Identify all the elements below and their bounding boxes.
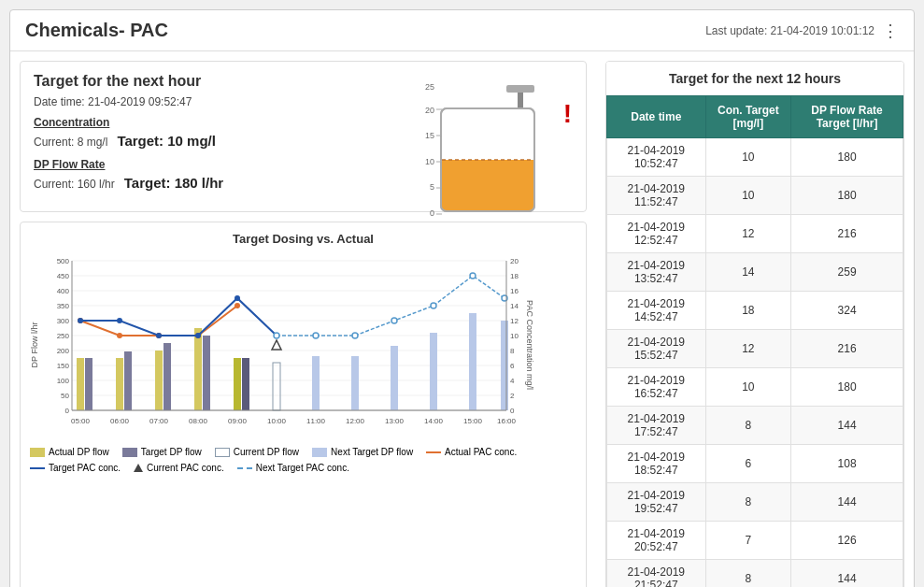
chart-card: Target Dosing vs. Actual DP Flow l/hr PA…: [20, 222, 587, 587]
svg-text:0: 0: [65, 407, 70, 415]
svg-text:6: 6: [510, 362, 515, 370]
target-hour-card: Target for the next hour Date time: 21-0…: [20, 61, 587, 212]
svg-point-54: [117, 333, 122, 338]
svg-point-67: [391, 318, 397, 323]
cell-con-target: 14: [705, 253, 791, 292]
bar-next-dp-8: [391, 346, 398, 410]
left-panel: Target for the next hour Date time: 21-0…: [10, 51, 596, 587]
alert-icon: !: [563, 99, 572, 129]
cell-con-target: 6: [705, 445, 791, 483]
cell-con-target: 8: [705, 560, 791, 588]
dp-flow-current: Current: 160 l/hr: [34, 178, 115, 191]
svg-rect-4: [442, 205, 533, 210]
svg-text:150: 150: [57, 362, 70, 370]
col-dp-flow: DP Flow Rate Target [l/hr]: [791, 96, 903, 138]
svg-point-66: [352, 333, 358, 338]
cell-datetime: 21-04-2019 14:52:47: [607, 292, 706, 330]
legend-current-dp: Current DP flow: [215, 447, 299, 457]
legend-current-pac-label: Current PAC conc.: [147, 463, 224, 473]
cell-datetime: 21-04-2019 19:52:47: [607, 483, 706, 522]
table-row: 21-04-2019 11:52:47 10 180: [607, 177, 903, 215]
cell-datetime: 21-04-2019 12:52:47: [607, 215, 706, 253]
table-body: 21-04-2019 10:52:47 10 180 21-04-2019 11…: [607, 138, 903, 588]
page-container: Chemicals- PAC Last update: 21-04-2019 1…: [0, 0, 924, 587]
cell-dp-flow: 180: [791, 368, 903, 407]
svg-text:10:00: 10:00: [267, 417, 287, 425]
table-header-row: Date time Con. Target [mg/l] DP Flow Rat…: [607, 96, 903, 138]
table-row: 21-04-2019 17:52:47 8 144: [607, 407, 903, 445]
svg-text:450: 450: [57, 272, 70, 280]
svg-text:350: 350: [57, 302, 70, 310]
svg-text:12:00: 12:00: [346, 417, 365, 425]
svg-text:2: 2: [510, 392, 515, 400]
bar-target-dp-0: [85, 358, 92, 410]
table-row: 21-04-2019 12:52:47 12 216: [607, 215, 903, 253]
concentration-current: Current: 8 mg/l: [34, 136, 107, 149]
cell-dp-flow: 108: [791, 445, 903, 483]
bar-next-dp-10: [469, 313, 476, 410]
cell-con-target: 8: [705, 407, 791, 445]
content-area: Target for the next hour Date time: 21-0…: [10, 51, 914, 587]
svg-text:20: 20: [510, 257, 519, 265]
chart-title: Target Dosing vs. Actual: [30, 232, 576, 246]
bar-current-dp-5: [273, 363, 280, 410]
cell-dp-flow: 144: [791, 560, 903, 588]
target-table: Date time Con. Target [mg/l] DP Flow Rat…: [606, 95, 903, 587]
legend-target-pac: Target PAC conc.: [30, 463, 121, 473]
legend-next-target-dp-icon: [312, 448, 327, 457]
svg-text:250: 250: [57, 332, 70, 340]
svg-text:200: 200: [57, 347, 70, 355]
header: Chemicals- PAC Last update: 21-04-2019 1…: [10, 10, 914, 51]
right-panel: Target for the next 12 hours Date time C…: [596, 51, 914, 587]
bar-target-dp-1: [124, 351, 132, 410]
svg-text:0: 0: [430, 208, 434, 218]
svg-text:300: 300: [57, 317, 70, 325]
svg-text:11:00: 11:00: [306, 417, 326, 425]
bar-actual-dp-2: [155, 351, 163, 410]
tank-illustration: 0 5 10 15 20 25: [418, 71, 548, 233]
bar-actual-dp-0: [77, 358, 84, 410]
bar-target-dp-2: [163, 343, 171, 410]
more-options-icon[interactable]: ⋮: [882, 21, 899, 41]
svg-text:DP Flow  l/hr: DP Flow l/hr: [30, 322, 39, 368]
legend-target-pac-icon: [30, 467, 45, 469]
cell-dp-flow: 216: [791, 330, 903, 368]
bar-next-dp-6: [312, 356, 320, 410]
legend-current-pac: Current PAC conc.: [134, 463, 224, 473]
legend-actual-dp: Actual DP flow: [30, 447, 109, 457]
cell-con-target: 10: [705, 368, 791, 407]
bar-next-dp-11: [501, 321, 508, 410]
svg-point-60: [156, 333, 162, 338]
legend-actual-dp-icon: [30, 448, 45, 457]
bar-actual-dp-3: [194, 328, 202, 410]
cell-dp-flow: 180: [791, 138, 903, 177]
cell-datetime: 21-04-2019 10:52:47: [607, 138, 706, 177]
cell-datetime: 21-04-2019 17:52:47: [607, 407, 706, 445]
main-card: Chemicals- PAC Last update: 21-04-2019 1…: [9, 9, 915, 587]
svg-point-61: [195, 333, 201, 338]
table-row: 21-04-2019 15:52:47 12 216: [607, 330, 903, 368]
svg-text:14:00: 14:00: [424, 417, 444, 425]
col-datetime: Date time: [607, 96, 706, 138]
svg-text:500: 500: [57, 257, 70, 265]
table-row: 21-04-2019 10:52:47 10 180: [607, 138, 903, 177]
svg-text:15:00: 15:00: [463, 417, 483, 425]
dp-flow-target: Target: 180 l/hr: [124, 175, 223, 191]
svg-text:400: 400: [57, 287, 70, 295]
cell-dp-flow: 324: [791, 292, 903, 330]
legend-actual-pac-icon: [426, 451, 441, 453]
svg-text:12: 12: [510, 317, 519, 325]
legend-next-target-dp: Next Target DP flow: [312, 447, 413, 457]
svg-rect-1: [506, 85, 534, 93]
svg-text:06:00: 06:00: [110, 417, 130, 425]
svg-text:PAC Concentration  mg/l: PAC Concentration mg/l: [525, 300, 534, 390]
svg-point-58: [78, 318, 83, 323]
cell-con-target: 12: [705, 215, 791, 253]
chart-legend: Actual DP flow Target DP flow Current DP…: [30, 447, 576, 473]
svg-text:13:00: 13:00: [385, 417, 405, 425]
cell-dp-flow: 144: [791, 483, 903, 522]
bar-target-dp-3: [203, 336, 210, 410]
svg-text:100: 100: [57, 377, 70, 385]
svg-text:09:00: 09:00: [228, 417, 248, 425]
svg-text:18: 18: [510, 272, 519, 280]
